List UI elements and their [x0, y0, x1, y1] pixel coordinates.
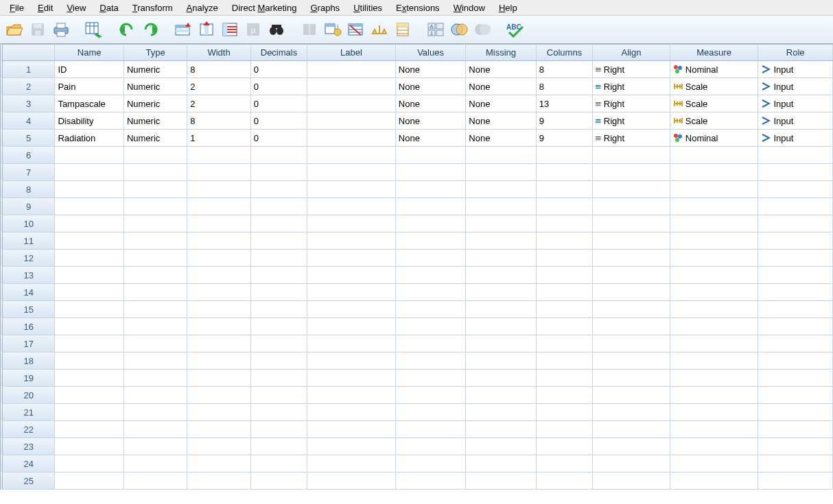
cell-columns[interactable]: 8 — [537, 61, 593, 78]
print-icon[interactable] — [51, 19, 71, 40]
cell-label[interactable] — [307, 112, 396, 130]
menu-item[interactable]: Edit — [31, 1, 60, 14]
row-number[interactable]: 11 — [0, 232, 55, 250]
col-header-align[interactable]: Align — [593, 44, 670, 61]
row-number[interactable]: 22 — [0, 421, 55, 438]
row-number[interactable]: 17 — [0, 335, 55, 352]
col-header-measure[interactable]: Measure — [670, 44, 759, 61]
cell-type[interactable]: Numeric — [124, 130, 187, 147]
cell-measure[interactable]: Nominal — [670, 130, 759, 147]
menu-item[interactable]: Graphs — [303, 1, 347, 14]
cell-missing[interactable]: None — [466, 61, 537, 78]
cell-name[interactable]: Radiation — [55, 130, 124, 147]
row-number[interactable]: 15 — [0, 301, 55, 318]
cell-name[interactable]: Tampascale — [55, 95, 124, 112]
menu-item[interactable]: File — [3, 1, 31, 14]
row-number[interactable]: 16 — [0, 318, 55, 335]
value-labels-icon[interactable] — [369, 19, 390, 40]
cell-name[interactable]: ID — [55, 61, 124, 78]
row-number[interactable]: 25 — [0, 472, 55, 490]
cell-label[interactable] — [307, 78, 396, 95]
cell-columns[interactable]: 9 — [537, 130, 593, 147]
col-header-name[interactable]: Name — [55, 44, 124, 61]
variables-icon[interactable] — [220, 19, 240, 40]
cell-width[interactable]: 2 — [187, 78, 250, 95]
cell-values[interactable]: None — [396, 78, 467, 95]
spellcheck-icon[interactable]: ABC — [505, 19, 526, 40]
cell-measure[interactable]: Nominal — [670, 61, 759, 78]
cell-name[interactable]: Pain — [55, 78, 124, 95]
cell-columns[interactable]: 9 — [537, 112, 593, 130]
cell-label[interactable] — [307, 61, 396, 78]
cell-role[interactable]: Input — [758, 78, 833, 95]
weight-cases-icon[interactable] — [322, 19, 343, 40]
redo-icon[interactable] — [140, 19, 161, 40]
cell-decimals[interactable]: 0 — [251, 78, 307, 95]
menu-item[interactable]: Transform — [126, 1, 180, 14]
aa-icon[interactable]: A1 — [425, 19, 446, 40]
cell-columns[interactable]: 13 — [537, 95, 593, 112]
cell-missing[interactable]: None — [466, 95, 537, 112]
cell-role[interactable]: Input — [758, 112, 833, 130]
cell-values[interactable]: None — [396, 95, 467, 112]
cell-role[interactable]: Input — [758, 61, 833, 78]
row-number[interactable]: 12 — [0, 250, 55, 267]
col-header-missing[interactable]: Missing — [466, 44, 537, 61]
col-header-values[interactable]: Values — [396, 44, 467, 61]
row-number[interactable]: 18 — [0, 352, 55, 370]
col-header-decimals[interactable]: Decimals — [251, 44, 307, 61]
open-file-icon[interactable] — [4, 19, 25, 40]
row-number[interactable]: 4 — [0, 112, 55, 130]
cell-align[interactable]: Right — [593, 112, 670, 130]
cell-type[interactable]: Numeric — [124, 78, 187, 95]
row-number[interactable]: 21 — [0, 404, 55, 421]
row-number[interactable]: 7 — [0, 164, 55, 181]
cell-width[interactable]: 8 — [187, 61, 250, 78]
undo-icon[interactable] — [117, 19, 137, 40]
cell-decimals[interactable]: 0 — [251, 61, 307, 78]
cell-align[interactable]: Right — [593, 130, 670, 147]
cell-values[interactable]: None — [396, 130, 467, 147]
row-number[interactable]: 14 — [0, 284, 55, 301]
row-number[interactable]: 5 — [0, 130, 55, 147]
menu-item[interactable]: Window — [447, 1, 492, 14]
menu-item[interactable]: Extensions — [389, 1, 447, 14]
row-number[interactable]: 2 — [0, 78, 55, 95]
col-header-width[interactable]: Width — [187, 44, 250, 61]
menu-item[interactable]: View — [60, 1, 93, 14]
split-file-icon[interactable] — [299, 19, 320, 40]
row-number[interactable]: 8 — [0, 181, 55, 198]
cell-width[interactable]: 2 — [187, 95, 250, 112]
col-header-columns[interactable]: Columns — [537, 44, 593, 61]
row-number[interactable]: 19 — [0, 370, 55, 387]
cell-role[interactable]: Input — [758, 95, 833, 112]
cell-missing[interactable]: None — [466, 130, 537, 147]
cell-width[interactable]: 1 — [187, 130, 250, 147]
menu-item[interactable]: Data — [93, 1, 125, 14]
cell-label[interactable] — [307, 95, 396, 112]
cell-missing[interactable]: None — [466, 78, 537, 95]
find-icon[interactable] — [266, 19, 287, 40]
save-icon[interactable] — [27, 19, 48, 40]
goto-variable-icon[interactable] — [196, 19, 217, 40]
cell-measure[interactable]: Scale — [670, 78, 759, 95]
cell-width[interactable]: 8 — [187, 112, 250, 130]
row-number[interactable]: 10 — [0, 215, 55, 232]
cell-type[interactable]: Numeric — [124, 112, 187, 130]
compute-icon[interactable]: μ — [243, 19, 263, 40]
menu-item[interactable]: Analyze — [180, 1, 225, 14]
cell-type[interactable]: Numeric — [124, 95, 187, 112]
use-sets-icon[interactable] — [392, 19, 413, 40]
cell-name[interactable]: Disability — [55, 112, 124, 130]
cell-role[interactable]: Input — [758, 130, 833, 147]
venn-subtract-icon[interactable] — [472, 19, 493, 40]
col-header-label[interactable]: Label — [307, 44, 396, 61]
row-number[interactable]: 13 — [0, 267, 55, 284]
cell-align[interactable]: Right — [593, 61, 670, 78]
cell-label[interactable] — [307, 130, 396, 147]
venn-union-icon[interactable] — [449, 19, 469, 40]
recall-dialog-icon[interactable] — [84, 19, 104, 40]
cell-columns[interactable]: 8 — [537, 78, 593, 95]
col-header-type[interactable]: Type — [124, 44, 187, 61]
cell-align[interactable]: Right — [593, 78, 670, 95]
